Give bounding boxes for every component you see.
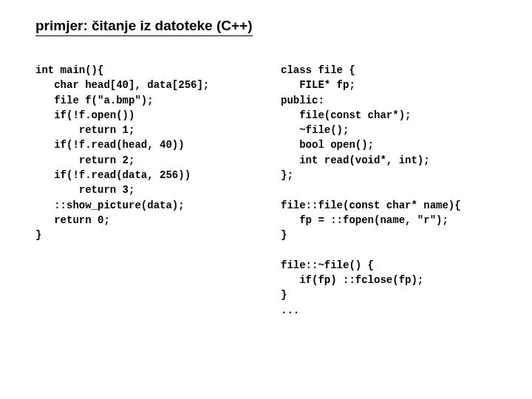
code-block-left: int main(){ char head[40], data[256]; fi… bbox=[35, 63, 251, 243]
left-column: int main(){ char head[40], data[256]; fi… bbox=[35, 63, 251, 318]
right-column: class file { FILE* fp; public: file(cons… bbox=[281, 63, 497, 318]
slide: primjer: čitanje iz datoteke (C++) int m… bbox=[0, 0, 532, 318]
code-block-right: class file { FILE* fp; public: file(cons… bbox=[281, 63, 497, 318]
slide-title: primjer: čitanje iz datoteke (C++) bbox=[35, 18, 253, 36]
code-columns: int main(){ char head[40], data[256]; fi… bbox=[35, 63, 497, 318]
